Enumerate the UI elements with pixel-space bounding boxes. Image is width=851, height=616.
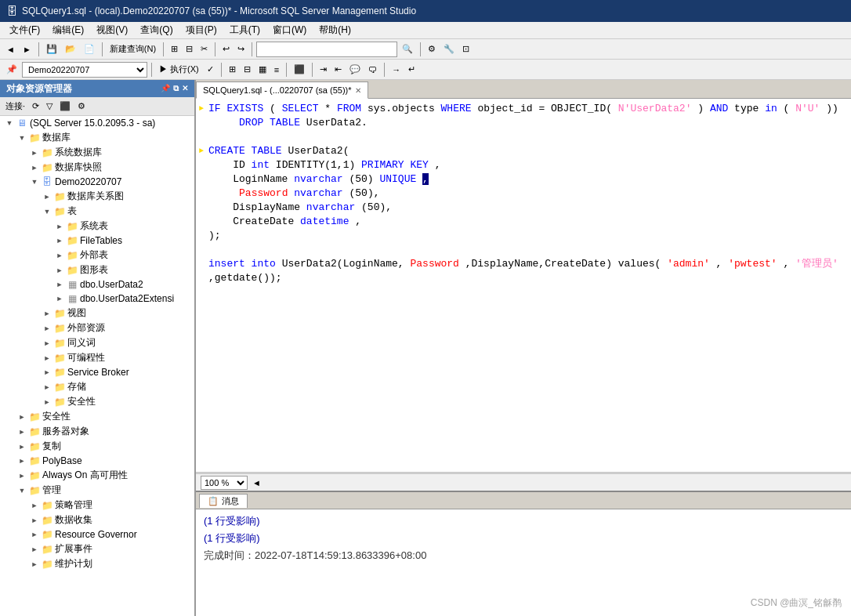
toggle-resourcegov[interactable]: ►	[28, 528, 41, 541]
toggle-synonyms[interactable]: ►	[41, 337, 53, 350]
toggle-serverobj[interactable]: ►	[16, 426, 28, 438]
toolbar-back[interactable]: ◄	[3, 43, 18, 56]
menu-project[interactable]: 项目(P)	[179, 22, 223, 38]
toolbar-settings[interactable]: ⚙	[425, 42, 439, 56]
toolbar-undo[interactable]: ↩	[219, 42, 233, 56]
toolbar-search[interactable]	[256, 42, 397, 57]
toolbar-pin[interactable]: 📌	[3, 63, 20, 76]
toggle-dbdiag[interactable]: ►	[41, 190, 53, 203]
tree-item-sysdb[interactable]: ► 📁 系统数据库	[0, 145, 194, 160]
toggle-dbsnap[interactable]: ►	[28, 161, 41, 174]
indent-btn[interactable]: ⇥	[317, 63, 330, 76]
tree-item-exttables[interactable]: ► 📁 外部表	[0, 248, 194, 263]
tree-item-filetables[interactable]: ► 📁 FileTables	[0, 234, 194, 248]
results-to-grid[interactable]: ▦	[255, 63, 270, 76]
oe-pin[interactable]: 📌	[161, 84, 170, 93]
tree-item-dbsnap[interactable]: ► 📁 数据库快照	[0, 160, 194, 175]
tree-item-userdata2[interactable]: ► ▦ dbo.UserData2	[0, 277, 194, 292]
oe-stop[interactable]: ⬛	[57, 100, 73, 113]
toolbar-open[interactable]: 📂	[62, 42, 79, 56]
toggle-replication[interactable]: ►	[16, 440, 28, 453]
toggle-demo-db[interactable]: ▼	[28, 176, 41, 188]
oe-float[interactable]: ⧉	[173, 84, 179, 93]
tree-item-synonyms[interactable]: ► 📁 同义词	[0, 335, 194, 350]
toolbar-copy[interactable]: ⊞	[168, 42, 181, 56]
toolbar-cut[interactable]: ✂	[197, 42, 211, 56]
tree-item-storage[interactable]: ► 📁 存储	[0, 379, 194, 394]
results-to-text[interactable]: ≡	[271, 63, 282, 76]
tree-item-security[interactable]: ► 📁 安全性	[0, 409, 194, 424]
toolbar-forward[interactable]: ►	[20, 43, 34, 56]
tree-item-tables[interactable]: ▼ 📁 表	[0, 204, 194, 219]
oe-connect[interactable]: 连接·	[3, 99, 27, 114]
toggle-policymanage[interactable]: ►	[28, 499, 41, 512]
tree-item-alwayson[interactable]: ► 📁 Always On 高可用性	[0, 468, 194, 483]
tree-item-maintplan[interactable]: ► 📁 维护计划	[0, 556, 194, 571]
tree-item-dbdiag[interactable]: ► 📁 数据库关系图	[0, 189, 194, 204]
tree-item-extevent[interactable]: ► 📁 扩展事件	[0, 542, 194, 556]
menu-tools[interactable]: 工具(T)	[223, 22, 266, 38]
code-editor[interactable]: ► IF EXISTS ( SELECT * FROM sys.objects …	[196, 99, 851, 473]
tree-item-views[interactable]: ► 📁 视图	[0, 306, 194, 321]
include-client-stats[interactable]: ⊟	[241, 63, 254, 76]
tree-item-policymanage[interactable]: ► 📁 策略管理	[0, 498, 194, 513]
toggle-polybase[interactable]: ►	[16, 455, 28, 467]
tree-item-serverobj[interactable]: ► 📁 服务器对象	[0, 424, 194, 439]
toggle-security-db[interactable]: ►	[41, 396, 53, 408]
toggle-filetables[interactable]: ►	[53, 234, 66, 247]
toggle-storage[interactable]: ►	[41, 381, 53, 393]
toggle-databases[interactable]: ▼	[16, 132, 28, 144]
tree-item-server[interactable]: ▼ 🖥 (SQL Server 15.0.2095.3 - sa)	[0, 116, 194, 130]
toggle-exttables[interactable]: ►	[53, 249, 66, 262]
toggle-sysdb[interactable]: ►	[28, 147, 41, 159]
toggle-graphtables[interactable]: ►	[53, 264, 66, 277]
tree-item-extsrc[interactable]: ► 📁 外部资源	[0, 321, 194, 335]
menu-view[interactable]: 视图(V)	[90, 22, 134, 38]
toggle-datacollect[interactable]: ►	[28, 514, 41, 527]
tab-close-btn[interactable]: ✕	[355, 86, 361, 95]
zoom-select[interactable]: 100 % 75 % 150 %	[201, 476, 248, 490]
tree-item-replication[interactable]: ► 📁 复制	[0, 439, 194, 454]
tree-item-polybase[interactable]: ► 📁 PolyBase	[0, 454, 194, 468]
include-actual-plan[interactable]: ⊞	[226, 63, 239, 76]
toolbar-search-btn[interactable]: 🔍	[399, 42, 416, 56]
toolbar-new[interactable]: 📄	[81, 42, 98, 56]
uncomment-btn[interactable]: 🗨	[365, 63, 380, 76]
stop-query[interactable]: ⬛	[291, 63, 308, 76]
tree-item-servicebroker[interactable]: ► 📁 Service Broker	[0, 365, 194, 379]
toggle-maintplan[interactable]: ►	[28, 558, 41, 571]
menu-file[interactable]: 文件(F)	[3, 22, 46, 38]
editor-tab-active[interactable]: SQLQuery1.sql - (...0220707 (sa (55))* ✕	[196, 82, 368, 99]
indent2-btn[interactable]: →	[389, 63, 404, 76]
word-wrap-btn[interactable]: ↵	[405, 63, 418, 76]
oe-close[interactable]: ✕	[182, 84, 188, 93]
toggle-views[interactable]: ►	[41, 307, 53, 320]
toggle-management[interactable]: ▼	[16, 484, 28, 497]
database-selector[interactable]: Demo20220707	[22, 62, 147, 78]
toolbar-paste[interactable]: ⊟	[183, 42, 196, 56]
toolbar-redo[interactable]: ↪	[234, 42, 248, 56]
tree-item-security-db[interactable]: ► 📁 安全性	[0, 394, 194, 409]
toolbar-more[interactable]: ⊡	[459, 42, 473, 56]
new-query-btn[interactable]: 新建查询(N)	[107, 42, 159, 56]
oe-filter[interactable]: ▽	[44, 100, 55, 113]
tree-item-management[interactable]: ▼ 📁 管理	[0, 483, 194, 498]
menu-query[interactable]: 查询(Q)	[134, 22, 179, 38]
tree-item-demo-db[interactable]: ▼ 🗄 Demo20220707	[0, 175, 194, 189]
toggle-programmability[interactable]: ►	[41, 352, 53, 364]
outdent-btn[interactable]: ⇤	[331, 63, 345, 76]
parse-btn[interactable]: ✓	[204, 63, 217, 76]
tree-item-resourcegov[interactable]: ► 📁 Resource Governor	[0, 527, 194, 542]
tree-item-programmability[interactable]: ► 📁 可编程性	[0, 350, 194, 365]
toggle-extevent[interactable]: ►	[28, 543, 41, 556]
tree-item-graphtables[interactable]: ► 📁 图形表	[0, 263, 194, 277]
comment-btn[interactable]: 💬	[346, 63, 364, 76]
toggle-extsrc[interactable]: ►	[41, 322, 53, 335]
menu-edit[interactable]: 编辑(E)	[46, 22, 90, 38]
toggle-server[interactable]: ▼	[3, 117, 16, 129]
toggle-servicebroker[interactable]: ►	[41, 366, 53, 379]
results-tab-messages[interactable]: 📋 消息	[199, 494, 248, 508]
toggle-userdata2[interactable]: ►	[53, 278, 66, 291]
menu-window[interactable]: 窗口(W)	[266, 22, 313, 38]
tree-item-datacollect[interactable]: ► 📁 数据收集	[0, 513, 194, 527]
